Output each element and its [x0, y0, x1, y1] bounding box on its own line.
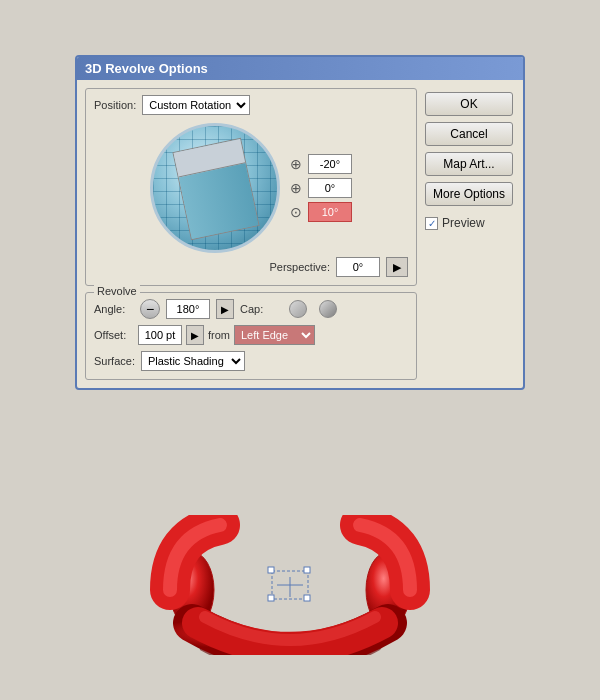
z-rotation-row: ⊙	[288, 202, 352, 222]
sphere-outer	[150, 123, 280, 253]
preview-label: Preview	[442, 216, 485, 230]
left-panel: Position: Custom Rotation Front Back	[85, 88, 417, 380]
preview-row: ✓ Preview	[425, 216, 515, 230]
y-rotation-input[interactable]	[308, 178, 352, 198]
ring-container	[130, 510, 450, 660]
cap-closed-icon[interactable]	[316, 299, 340, 319]
revolve-group-label: Revolve	[94, 285, 140, 297]
right-panel: OK Cancel Map Art... More Options ✓ Prev…	[425, 88, 515, 380]
offset-row: Offset: ▶ from Left Edge Right Edge	[94, 325, 408, 345]
position-label: Position:	[94, 99, 136, 111]
offset-arrow-btn[interactable]: ▶	[186, 325, 204, 345]
perspective-label: Perspective:	[269, 261, 330, 273]
angle-minus-btn[interactable]: −	[140, 299, 160, 319]
position-group: Position: Custom Rotation Front Back	[85, 88, 417, 286]
dialog-title: 3D Revolve Options	[77, 57, 523, 80]
z-rotation-icon: ⊙	[288, 204, 304, 220]
angle-label: Angle:	[94, 303, 134, 315]
from-label: from	[208, 329, 230, 341]
angle-row: Angle: − ▶ Cap:	[94, 299, 408, 319]
sphere-container[interactable]	[150, 123, 280, 253]
svg-rect-6	[304, 595, 310, 601]
rotation-widget: ⊕ ⊕ ⊙	[94, 123, 408, 253]
perspective-row: Perspective: ▶	[94, 257, 408, 277]
offset-input[interactable]	[138, 325, 182, 345]
svg-rect-5	[268, 595, 274, 601]
z-rotation-input[interactable]	[308, 202, 352, 222]
ring-svg	[140, 515, 440, 655]
x-rotation-input[interactable]	[308, 154, 352, 174]
object-body	[179, 163, 259, 239]
map-art-button[interactable]: Map Art...	[425, 152, 513, 176]
y-rotation-row: ⊕	[288, 178, 352, 198]
cap-closed-circle	[319, 300, 337, 318]
edge-select[interactable]: Left Edge Right Edge	[234, 325, 315, 345]
angle-arrow-btn[interactable]: ▶	[216, 299, 234, 319]
rotation-inputs: ⊕ ⊕ ⊙	[288, 154, 352, 222]
ok-button[interactable]: OK	[425, 92, 513, 116]
surface-label: Surface:	[94, 355, 135, 367]
more-options-button[interactable]: More Options	[425, 182, 513, 206]
cap-open-circle	[289, 300, 307, 318]
dialog-3d-revolve: 3D Revolve Options Position: Custom Rota…	[75, 55, 525, 390]
perspective-arrow-btn[interactable]: ▶	[386, 257, 408, 277]
perspective-input[interactable]	[336, 257, 380, 277]
surface-select[interactable]: Plastic Shading Diffuse Shading No Shadi…	[141, 351, 245, 371]
svg-rect-3	[268, 567, 274, 573]
cap-label: Cap:	[240, 303, 280, 315]
cancel-button[interactable]: Cancel	[425, 122, 513, 146]
y-rotation-icon: ⊕	[288, 180, 304, 196]
svg-rect-4	[304, 567, 310, 573]
angle-input[interactable]	[166, 299, 210, 319]
x-rotation-row: ⊕	[288, 154, 352, 174]
preview-checkbox[interactable]: ✓	[425, 217, 438, 230]
position-select[interactable]: Custom Rotation Front Back	[142, 95, 250, 115]
surface-row: Surface: Plastic Shading Diffuse Shading…	[94, 351, 408, 371]
x-rotation-icon: ⊕	[288, 156, 304, 172]
revolve-group: Revolve Angle: − ▶ Cap:	[85, 292, 417, 380]
offset-label: Offset:	[94, 329, 134, 341]
cap-open-icon[interactable]	[286, 299, 310, 319]
